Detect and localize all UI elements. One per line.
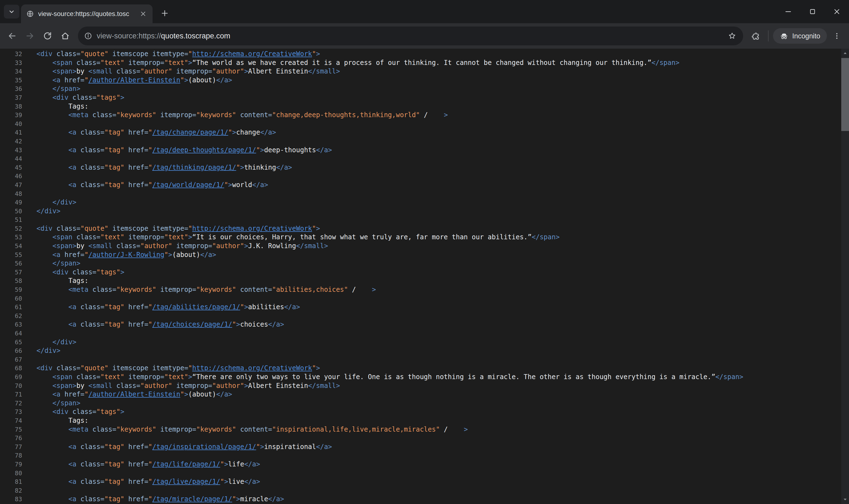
tab-search-button[interactable] — [4, 5, 19, 19]
source-line-code: <div class="tags"> — [22, 93, 124, 102]
source-link[interactable]: /tag/live/page/1/ — [152, 478, 220, 485]
source-line: 53 <span class="text" itemprop="text">“I… — [0, 233, 849, 242]
source-line-code — [22, 312, 36, 321]
source-token: “The world as we have created it is a pr… — [192, 59, 652, 67]
source-link[interactable]: http://schema.org/CreativeWork — [192, 364, 312, 372]
source-line: 54 <span>by <small class="author" itempr… — [0, 242, 849, 251]
source-line-code: <a class="tag" href="/tag/abilities/page… — [22, 303, 300, 312]
source-link[interactable]: /tag/choices/page/1/ — [152, 321, 232, 328]
source-line: 65 </div> — [0, 338, 849, 347]
source-token: </div> — [36, 347, 60, 355]
maximize-button[interactable] — [800, 0, 825, 23]
source-token: </a> — [316, 443, 332, 451]
back-button[interactable] — [4, 28, 20, 44]
source-link[interactable]: /tag/thinking/page/1/ — [152, 164, 236, 171]
source-token: <a — [69, 478, 80, 485]
source-token: <a — [69, 321, 80, 328]
scrollbar-thumb[interactable] — [841, 58, 849, 131]
source-token: " — [84, 251, 88, 259]
line-number: 77 — [0, 443, 22, 451]
source-token: > — [184, 391, 188, 398]
active-tab[interactable]: view-source:https://quotes.tosc — [21, 4, 152, 23]
source-line: 76 — [0, 434, 849, 443]
source-token: > — [464, 426, 468, 433]
tab-close-button[interactable] — [138, 8, 149, 19]
source-link[interactable]: /author/Albert-Einstein — [88, 391, 180, 398]
source-token: " — [148, 128, 152, 136]
source-link[interactable]: /tag/miracle/page/1/ — [152, 495, 232, 503]
source-token: <div — [36, 364, 56, 372]
menu-button[interactable] — [829, 28, 845, 44]
source-token: > — [224, 460, 228, 468]
source-token: "text" — [100, 373, 124, 381]
forward-button[interactable] — [22, 28, 38, 44]
source-link[interactable]: /tag/life/page/1/ — [152, 460, 220, 468]
source-token: "tag" — [105, 128, 124, 136]
source-token: class= — [116, 68, 140, 75]
source-link[interactable]: /author/Albert-Einstein — [88, 76, 180, 84]
source-token: "author" — [212, 242, 244, 250]
source-token: "tag" — [105, 164, 124, 171]
scroll-up-button[interactable] — [841, 49, 849, 58]
source-link[interactable]: http://schema.org/CreativeWork — [192, 224, 312, 232]
source-link[interactable]: /tag/inspirational/page/1/ — [152, 443, 256, 451]
source-line-code: <a class="tag" href="/tag/inspirational/… — [22, 443, 332, 451]
source-token: > — [244, 68, 248, 75]
source-token: " — [188, 364, 192, 372]
source-token: class= — [92, 286, 116, 293]
source-token: <a — [69, 495, 80, 503]
source-token: <a — [53, 76, 65, 84]
source-token: > — [120, 408, 124, 416]
source-link[interactable]: /tag/deep-thoughts/page/1/ — [152, 146, 256, 154]
source-token: "change,deep-thoughts,thinking,world" — [272, 111, 420, 119]
source-token: "author" — [140, 68, 173, 75]
reload-button[interactable] — [40, 28, 55, 44]
line-number: 74 — [0, 416, 22, 425]
source-link[interactable]: /tag/world/page/1/ — [152, 181, 224, 189]
bookmark-button[interactable] — [725, 29, 739, 42]
source-line: 48 — [0, 190, 849, 198]
source-token: > — [236, 321, 240, 328]
tab-title: view-source:https://quotes.tosc — [38, 10, 134, 18]
source-token: "tags" — [96, 268, 121, 276]
minimize-button[interactable] — [776, 0, 800, 23]
close-window-button[interactable] — [825, 0, 849, 23]
source-line: 43 <a class="tag" href="/tag/deep-though… — [0, 146, 849, 155]
source-token: " — [240, 303, 244, 311]
source-token: </a> — [276, 164, 292, 171]
source-line: 55 <a href="/author/J-K-Rowling">(about)… — [0, 251, 849, 259]
source-token: class= — [80, 460, 105, 468]
site-info-button[interactable] — [84, 32, 92, 40]
source-token: > — [188, 233, 192, 241]
source-token: itemscope itemtype= — [108, 50, 188, 58]
source-line: 39 <meta class="keywords" itemprop="keyw… — [0, 111, 849, 120]
source-token: "tags" — [96, 94, 121, 102]
line-number: 56 — [0, 259, 22, 268]
source-token: “It is our choices, Harry, that show wha… — [192, 233, 532, 241]
source-token: href= — [124, 443, 148, 451]
source-token: "text" — [100, 233, 124, 241]
source-line-code: <span>by <small class="author" itemprop=… — [22, 382, 340, 391]
source-token: class= — [80, 321, 105, 328]
address-bar[interactable]: view-source:https://quotes.toscrape.com — [78, 26, 743, 45]
source-link[interactable]: /tag/change/page/1/ — [152, 128, 228, 136]
source-link[interactable]: /tag/abilities/page/1/ — [152, 303, 240, 311]
source-line-code — [22, 329, 36, 338]
scroll-down-button[interactable] — [841, 494, 849, 504]
line-number: 79 — [0, 460, 22, 469]
new-tab-button[interactable] — [157, 5, 173, 21]
source-token: > — [260, 146, 264, 154]
line-number: 71 — [0, 390, 22, 399]
source-token: " — [188, 50, 192, 58]
source-token: " — [236, 164, 240, 171]
source-token: > — [228, 181, 232, 189]
source-token: Tags: — [69, 103, 88, 110]
source-link[interactable]: /author/J-K-Rowling — [88, 251, 164, 259]
line-number: 73 — [0, 408, 22, 416]
source-link[interactable]: http://schema.org/CreativeWork — [192, 50, 312, 58]
scrollbar[interactable] — [841, 49, 849, 504]
source-token: href= — [124, 478, 148, 485]
home-button[interactable] — [57, 28, 73, 44]
source-line-code: </div> — [22, 346, 60, 355]
extensions-button[interactable] — [748, 28, 764, 44]
